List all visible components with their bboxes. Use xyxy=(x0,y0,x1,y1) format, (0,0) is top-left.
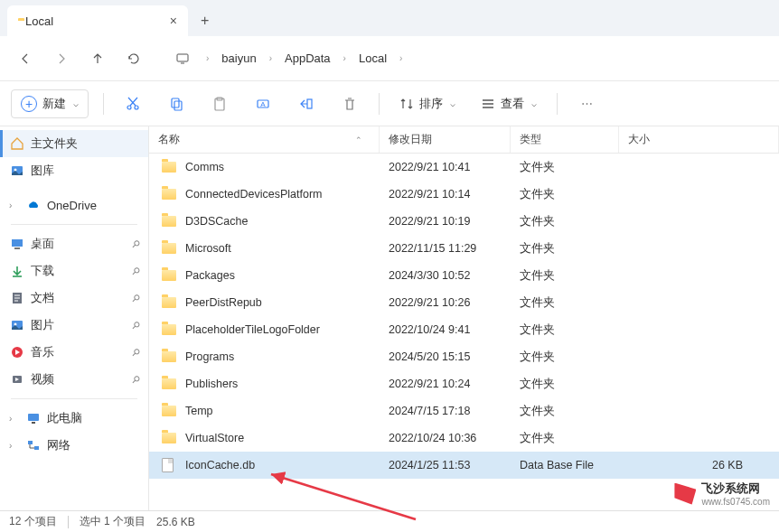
folder-icon xyxy=(162,159,182,175)
divider xyxy=(68,516,69,528)
file-date: 2022/10/24 9:41 xyxy=(389,323,520,336)
file-row[interactable]: Publishers 2022/9/21 10:24 文件夹 xyxy=(149,370,779,397)
watermark-logo-icon xyxy=(674,483,696,505)
gallery-icon xyxy=(9,163,25,179)
file-name: Microsoft xyxy=(185,242,231,255)
sort-button[interactable]: 排序 ⌵ xyxy=(394,92,461,116)
quick-icon xyxy=(9,263,25,279)
file-date: 2024/3/30 10:52 xyxy=(389,269,520,282)
file-type: 文件夹 xyxy=(520,350,628,365)
file-type: Data Base File xyxy=(520,459,628,471)
delete-button[interactable] xyxy=(335,89,364,118)
file-date: 2024/5/20 15:15 xyxy=(389,350,520,363)
svg-rect-4 xyxy=(174,101,182,110)
file-row[interactable]: Packages 2024/3/30 10:52 文件夹 xyxy=(149,262,779,289)
view-button[interactable]: 查看 ⌵ xyxy=(475,92,542,116)
file-row[interactable]: Comms 2022/9/21 10:41 文件夹 xyxy=(149,154,779,181)
up-button[interactable] xyxy=(81,42,114,75)
chevron-right-icon: › xyxy=(340,53,350,63)
sidebar-quick-item[interactable]: 桌面⚲ xyxy=(0,230,148,257)
sidebar-label: 音乐 xyxy=(31,344,54,360)
col-date[interactable]: 修改日期 xyxy=(380,126,511,153)
file-row[interactable]: Microsoft 2022/11/15 11:29 文件夹 xyxy=(149,235,779,262)
rename-button[interactable]: A xyxy=(249,89,277,118)
svg-rect-13 xyxy=(14,247,20,249)
file-date: 2022/9/21 10:14 xyxy=(389,188,520,201)
col-type[interactable]: 类型 xyxy=(511,126,619,153)
folder-icon xyxy=(162,186,182,202)
sidebar-label: 文档 xyxy=(31,290,54,306)
file-row[interactable]: PlaceholderTileLogoFolder 2022/10/24 9:4… xyxy=(149,316,779,343)
file-row[interactable]: D3DSCache 2022/9/21 10:19 文件夹 xyxy=(149,208,779,235)
col-name[interactable]: 名称⌃ xyxy=(149,126,380,153)
sidebar-quick-item[interactable]: 下载⚲ xyxy=(0,257,148,285)
quick-icon xyxy=(9,371,25,387)
pin-icon: ⚲ xyxy=(129,238,143,251)
sidebar-item-network[interactable]: › 网络 xyxy=(0,432,148,459)
file-type: 文件夹 xyxy=(520,268,628,284)
back-button[interactable] xyxy=(9,42,42,75)
share-button[interactable] xyxy=(292,89,321,118)
quick-icon xyxy=(9,236,25,252)
svg-point-2 xyxy=(135,106,138,109)
file-row[interactable]: Temp 2024/7/15 17:18 文件夹 xyxy=(149,397,779,425)
status-size: 25.6 KB xyxy=(156,516,195,528)
file-row[interactable]: IconCache.db 2024/1/25 11:53 Data Base F… xyxy=(149,452,779,479)
new-label: 新建 xyxy=(42,96,66,112)
folder-icon xyxy=(162,294,182,311)
home-icon xyxy=(9,135,25,152)
close-icon[interactable]: × xyxy=(170,14,177,28)
crumb-local[interactable]: Local xyxy=(353,48,392,69)
folder-icon xyxy=(162,349,182,365)
folder-icon xyxy=(162,430,182,446)
file-row[interactable]: VirtualStore 2022/10/24 10:36 文件夹 xyxy=(149,425,779,452)
sidebar-quick-item[interactable]: 图片⚲ xyxy=(0,312,148,339)
file-row[interactable]: PeerDistRepub 2022/9/21 10:26 文件夹 xyxy=(149,289,779,316)
svg-rect-0 xyxy=(177,54,188,61)
sidebar-label: 主文件夹 xyxy=(31,135,78,152)
sidebar-item-gallery[interactable]: 图库 xyxy=(0,157,148,184)
refresh-button[interactable] xyxy=(117,42,150,75)
crumb-appdata[interactable]: AppData xyxy=(279,48,336,69)
file-date: 2022/9/21 10:41 xyxy=(389,161,520,173)
sidebar-quick-item[interactable]: 音乐⚲ xyxy=(0,339,148,366)
status-items: 12 个项目 xyxy=(9,514,57,529)
tab-title: Local xyxy=(25,14,53,28)
sidebar-item-home[interactable]: 主文件夹 xyxy=(0,130,148,157)
status-bar: 12 个项目 选中 1 个项目 25.6 KB xyxy=(0,510,779,532)
paste-button[interactable] xyxy=(205,89,234,118)
sidebar-item-onedrive[interactable]: › OneDrive xyxy=(0,191,148,219)
forward-button[interactable] xyxy=(45,42,78,75)
sidebar-quick-item[interactable]: 文档⚲ xyxy=(0,285,148,312)
file-name: VirtualStore xyxy=(185,432,244,444)
sidebar-label: 图库 xyxy=(31,163,54,179)
cloud-icon xyxy=(25,197,42,213)
sidebar-quick-item[interactable]: 视频⚲ xyxy=(0,366,148,393)
cut-button[interactable] xyxy=(118,89,147,118)
folder-icon xyxy=(162,403,182,419)
col-size[interactable]: 大小 xyxy=(619,126,779,153)
file-row[interactable]: ConnectedDevicesPlatform 2022/9/21 10:14… xyxy=(149,181,779,208)
monitor-icon xyxy=(25,410,42,426)
new-button[interactable]: + 新建 ⌵ xyxy=(11,89,89,118)
file-date: 2022/10/24 10:36 xyxy=(389,432,520,444)
crumb-baiyun[interactable]: baiyun xyxy=(216,48,261,69)
file-row[interactable]: Programs 2024/5/20 15:15 文件夹 xyxy=(149,343,779,370)
file-list: Comms 2022/9/21 10:41 文件夹 ConnectedDevic… xyxy=(149,154,779,510)
copy-button[interactable] xyxy=(162,89,191,118)
sidebar-label: 此电脑 xyxy=(47,410,82,426)
separator xyxy=(379,93,380,115)
file-name: PeerDistRepub xyxy=(185,296,262,309)
sidebar-item-thispc[interactable]: › 此电脑 xyxy=(0,405,148,432)
view-label: 查看 xyxy=(501,96,524,112)
chevron-down-icon: ⌵ xyxy=(531,98,537,108)
chevron-right-icon: › xyxy=(9,201,20,210)
more-button[interactable]: ⋯ xyxy=(572,89,601,118)
pin-icon: ⚲ xyxy=(129,292,143,305)
tab-local[interactable]: Local × xyxy=(7,5,188,36)
svg-point-1 xyxy=(127,106,131,109)
monitor-icon[interactable] xyxy=(166,42,199,75)
address-bar: › baiyun › AppData › Local › xyxy=(0,36,779,81)
quick-icon xyxy=(9,290,25,306)
new-tab-button[interactable]: + xyxy=(188,5,221,36)
